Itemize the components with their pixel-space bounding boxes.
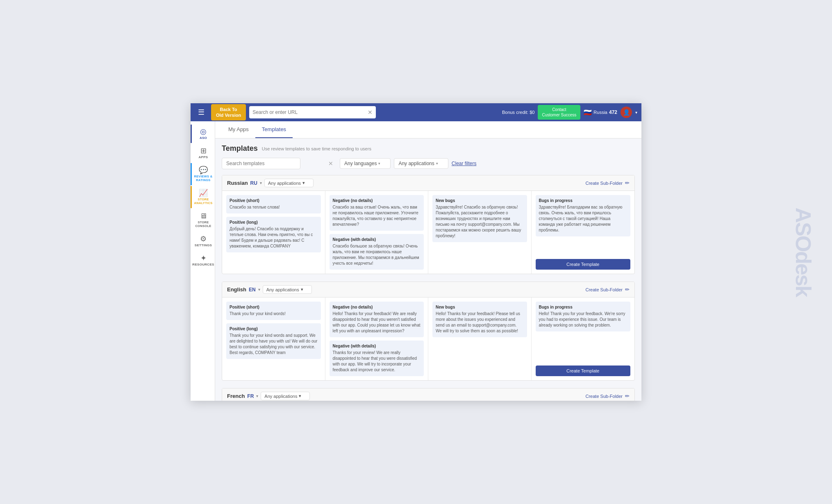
template-col-english-1: Negative (no details) Hello! Thanks for … xyxy=(325,297,429,380)
create-template-button-english[interactable]: Create Template xyxy=(536,366,631,376)
url-search-input[interactable] xyxy=(252,109,367,115)
lang-header-french: French FR ▾ Any applications ▾ Create Su… xyxy=(222,388,634,401)
template-card-text: Спасибо за теплые слова! xyxy=(230,204,318,210)
sidebar-item-resources[interactable]: ✦ RESOURCES xyxy=(191,251,215,270)
template-grid-english: Positive (short) Thank you for your kind… xyxy=(222,297,634,380)
template-card-text: Thank you for your kind words and suppor… xyxy=(230,333,318,356)
lang-app-filter-russian[interactable]: Any applications ▾ xyxy=(264,179,314,187)
page-subtitle: Use review templates to save time respon… xyxy=(262,146,371,151)
languages-chevron-icon: ▾ xyxy=(378,161,380,166)
create-subfolder-btn-french[interactable]: Create Sub-Folder xyxy=(586,394,623,399)
template-card-label: New bugs xyxy=(436,305,524,309)
template-card[interactable]: Negative (no details) Hello! Thanks for … xyxy=(330,302,424,337)
lang-code-chevron-icon[interactable]: ▾ xyxy=(256,394,258,398)
url-search-bar: ✕ xyxy=(249,106,375,118)
template-card-label: Negative (no details) xyxy=(333,198,421,203)
nav-chevron-icon[interactable]: ▾ xyxy=(635,110,637,115)
lang-code-chevron-icon[interactable]: ▾ xyxy=(260,181,262,185)
template-col-russian-2: New bugs Здравствуйте! Спасибо за обратн… xyxy=(428,191,532,274)
template-card-label: Positive (short) xyxy=(230,305,318,309)
template-card[interactable]: Positive (long) Thank you for your kind … xyxy=(226,323,321,359)
tabs-bar: My Apps Templates xyxy=(215,121,641,138)
edit-icon-french[interactable]: ✏ xyxy=(625,393,630,399)
sidebar-label-aso: ASO xyxy=(200,136,207,140)
app-layout: ◎ ASO ⊞ APPS 💬 REVIEWS &RATINGS 📈 STOREA… xyxy=(191,121,641,401)
edit-icon-russian[interactable]: ✏ xyxy=(625,180,630,186)
sidebar-label-console: STORECONSOLE xyxy=(195,220,211,228)
sidebar-label-resources: RESOURCES xyxy=(192,263,214,266)
template-card-label: Bugs in progress xyxy=(539,305,627,309)
sidebar-item-aso[interactable]: ◎ ASO xyxy=(191,125,215,143)
sidebar-item-console[interactable]: 🖥 STORECONSOLE xyxy=(191,209,215,231)
languages-filter-label: Any languages xyxy=(344,161,377,166)
template-card[interactable]: New bugs Здравствуйте! Спасибо за обратн… xyxy=(432,195,527,242)
template-card-label: Negative (with details) xyxy=(333,237,421,242)
search-clear-icon[interactable]: ✕ xyxy=(328,160,333,167)
template-card-label: Positive (short) xyxy=(230,198,318,203)
tab-templates[interactable]: Templates xyxy=(255,121,293,138)
lang-app-filter-french[interactable]: Any applications ▾ xyxy=(261,392,310,400)
lang-code-french[interactable]: FR xyxy=(247,393,254,399)
lang-app-chevron-icon: ▾ xyxy=(299,393,301,399)
template-card-label: Positive (long) xyxy=(230,327,318,331)
template-card-text: Hello! Thank you for your feedback. We'r… xyxy=(539,311,627,328)
template-card[interactable]: Negative (no details) Спасибо за ваш отз… xyxy=(330,195,424,231)
language-selector[interactable]: 🇷🇺 Russia 472 xyxy=(584,109,617,116)
console-icon: 🖥 xyxy=(200,212,207,220)
template-card[interactable]: Bugs in progress Hello! Thank you for yo… xyxy=(536,302,631,331)
lang-code-russian[interactable]: RU xyxy=(250,180,257,186)
sidebar-item-analytics[interactable]: 📈 STOREANALYTICS xyxy=(191,186,215,208)
applications-filter-label: Any applications xyxy=(398,161,434,166)
applications-filter[interactable]: Any applications ▾ xyxy=(394,158,448,169)
template-card[interactable]: Positive (long) Добрый день! Спасибо за … xyxy=(226,217,321,252)
template-col-russian-1: Negative (no details) Спасибо за ваш отз… xyxy=(325,191,429,274)
edit-icon-english[interactable]: ✏ xyxy=(625,286,630,293)
lang-app-filter-english[interactable]: Any applications ▾ xyxy=(263,285,312,294)
sidebar: ◎ ASO ⊞ APPS 💬 REVIEWS &RATINGS 📈 STOREA… xyxy=(191,121,215,401)
template-card[interactable]: Positive (short) Thank you for your kind… xyxy=(226,302,321,320)
sidebar-label-analytics: STOREANALYTICS xyxy=(194,198,213,205)
lang-name-english: English xyxy=(227,286,246,293)
sidebar-label-apps: APPS xyxy=(199,155,208,159)
search-templates-input[interactable] xyxy=(222,158,300,169)
template-card-text: Thanks for your review! We are really di… xyxy=(333,350,421,373)
template-card[interactable]: Negative (with details) Thanks for your … xyxy=(330,341,424,376)
lang-app-chevron-icon: ▾ xyxy=(301,287,303,292)
template-card-text: Здравствуйте! Спасибо за обратную связь!… xyxy=(436,204,524,239)
template-card-label: Positive (long) xyxy=(230,220,318,225)
template-card-label: Negative (with details) xyxy=(333,344,421,348)
lang-sections-container: Russian RU ▾ Any applications ▾ Create S… xyxy=(222,175,635,401)
lang-app-filter-label: Any applications xyxy=(268,181,301,186)
page-content: Templates Use review templates to save t… xyxy=(215,138,641,401)
template-card-label: Negative (no details) xyxy=(333,305,421,309)
template-card-text: Hello! Thanks for your feedback! We are … xyxy=(333,311,421,334)
create-subfolder-btn-russian[interactable]: Create Sub-Folder xyxy=(586,181,623,186)
reviews-icon: 💬 xyxy=(199,166,208,174)
sidebar-item-reviews[interactable]: 💬 REVIEWS &RATINGS xyxy=(191,163,215,185)
back-to-old-version-button[interactable]: Back To Old Version xyxy=(211,104,246,121)
url-search-clear[interactable]: ✕ xyxy=(368,109,373,116)
template-col-english-2: New bugs Hello! Thanks for your feedback… xyxy=(428,297,532,380)
sidebar-label-reviews: REVIEWS &RATINGS xyxy=(194,175,213,182)
lang-code-chevron-icon[interactable]: ▾ xyxy=(258,287,260,292)
sidebar-item-apps[interactable]: ⊞ APPS xyxy=(191,144,215,162)
template-card[interactable]: New bugs Hello! Thanks for your feedback… xyxy=(432,302,527,337)
tab-myapps[interactable]: My Apps xyxy=(222,121,255,138)
template-card-label: New bugs xyxy=(436,198,524,203)
languages-filter[interactable]: Any languages ▾ xyxy=(340,158,391,169)
template-card[interactable]: Bugs in progress Здравствуйте! Благодари… xyxy=(536,195,631,236)
template-grid-russian: Positive (short) Спасибо за теплые слова… xyxy=(222,191,634,274)
sidebar-item-settings[interactable]: ⚙ SETTINGS xyxy=(191,232,215,250)
create-subfolder-btn-english[interactable]: Create Sub-Folder xyxy=(586,287,623,292)
template-card[interactable]: Positive (short) Спасибо за теплые слова… xyxy=(226,195,321,213)
contact-success-button[interactable]: Contact Customer Success xyxy=(538,105,580,120)
lang-header-russian: Russian RU ▾ Any applications ▾ Create S… xyxy=(222,175,634,191)
user-points: 472 xyxy=(609,109,617,115)
user-avatar[interactable]: 👤 xyxy=(621,107,632,118)
template-card-text: Thank you for your kind words! xyxy=(230,311,318,317)
template-card[interactable]: Negative (with details) Спасибо большое … xyxy=(330,234,424,270)
clear-filters-button[interactable]: Clear filters xyxy=(452,161,477,166)
lang-code-english[interactable]: EN xyxy=(249,287,256,293)
create-template-button-russian[interactable]: Create Template xyxy=(536,259,631,270)
hamburger-button[interactable]: ☰ xyxy=(195,106,208,118)
